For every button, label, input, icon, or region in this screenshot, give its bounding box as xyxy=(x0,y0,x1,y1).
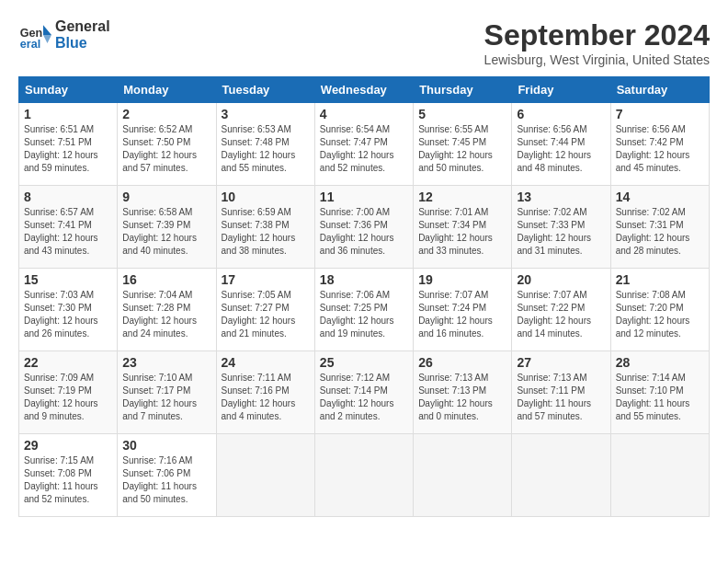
day-info: Sunrise: 7:03 AM Sunset: 7:30 PM Dayligh… xyxy=(24,289,112,340)
calendar-week-row: 15Sunrise: 7:03 AM Sunset: 7:30 PM Dayli… xyxy=(19,269,710,351)
day-info: Sunrise: 7:00 AM Sunset: 7:36 PM Dayligh… xyxy=(320,206,408,258)
day-number: 23 xyxy=(122,355,210,370)
day-info: Sunrise: 7:05 AM Sunset: 7:27 PM Dayligh… xyxy=(222,289,310,340)
day-number: 10 xyxy=(222,190,310,204)
day-number: 29 xyxy=(24,438,112,453)
day-info: Sunrise: 7:07 AM Sunset: 7:22 PM Dayligh… xyxy=(517,289,605,340)
calendar-day-cell: 22Sunrise: 7:09 AM Sunset: 7:19 PM Dayli… xyxy=(19,351,118,434)
calendar-day-cell xyxy=(414,434,512,517)
day-info: Sunrise: 7:02 AM Sunset: 7:31 PM Dayligh… xyxy=(616,206,704,258)
day-info: Sunrise: 7:11 AM Sunset: 7:16 PM Dayligh… xyxy=(222,372,310,423)
day-number: 21 xyxy=(616,272,704,287)
calendar-day-cell: 15Sunrise: 7:03 AM Sunset: 7:30 PM Dayli… xyxy=(19,269,118,351)
calendar-day-cell: 9Sunrise: 6:58 AM Sunset: 7:39 PM Daylig… xyxy=(118,186,216,269)
day-info: Sunrise: 6:58 AM Sunset: 7:39 PM Dayligh… xyxy=(122,206,210,258)
day-number: 14 xyxy=(616,190,704,204)
calendar-day-cell: 16Sunrise: 7:04 AM Sunset: 7:28 PM Dayli… xyxy=(118,269,216,351)
day-number: 27 xyxy=(517,355,605,370)
calendar-day-cell: 7Sunrise: 6:56 AM Sunset: 7:42 PM Daylig… xyxy=(610,103,709,186)
calendar-day-cell: 18Sunrise: 7:06 AM Sunset: 7:25 PM Dayli… xyxy=(314,269,413,351)
calendar-day-cell: 21Sunrise: 7:08 AM Sunset: 7:20 PM Dayli… xyxy=(610,269,709,351)
logo-line1: General xyxy=(55,18,110,35)
day-info: Sunrise: 7:13 AM Sunset: 7:11 PM Dayligh… xyxy=(517,372,605,423)
day-number: 30 xyxy=(122,438,210,453)
day-number: 15 xyxy=(24,272,112,287)
day-info: Sunrise: 7:15 AM Sunset: 7:08 PM Dayligh… xyxy=(24,454,112,506)
day-number: 20 xyxy=(517,272,605,287)
day-number: 13 xyxy=(517,190,605,204)
day-info: Sunrise: 6:51 AM Sunset: 7:51 PM Dayligh… xyxy=(24,123,112,175)
day-number: 25 xyxy=(320,355,408,370)
day-info: Sunrise: 7:16 AM Sunset: 7:06 PM Dayligh… xyxy=(122,454,210,506)
calendar-day-cell: 13Sunrise: 7:02 AM Sunset: 7:33 PM Dayli… xyxy=(512,186,610,269)
calendar-day-cell: 3Sunrise: 6:53 AM Sunset: 7:48 PM Daylig… xyxy=(216,103,314,186)
calendar-day-cell xyxy=(216,434,314,517)
calendar-day-cell: 29Sunrise: 7:15 AM Sunset: 7:08 PM Dayli… xyxy=(19,434,118,517)
logo-line2: Blue xyxy=(55,35,110,52)
svg-marker-3 xyxy=(43,35,51,43)
calendar-day-cell: 25Sunrise: 7:12 AM Sunset: 7:14 PM Dayli… xyxy=(314,351,413,434)
calendar-day-header: Wednesday xyxy=(314,77,413,103)
day-info: Sunrise: 7:02 AM Sunset: 7:33 PM Dayligh… xyxy=(517,206,605,258)
calendar-day-cell: 20Sunrise: 7:07 AM Sunset: 7:22 PM Dayli… xyxy=(512,269,610,351)
day-number: 16 xyxy=(122,272,210,287)
calendar-day-cell: 24Sunrise: 7:11 AM Sunset: 7:16 PM Dayli… xyxy=(216,351,314,434)
calendar-week-row: 29Sunrise: 7:15 AM Sunset: 7:08 PM Dayli… xyxy=(19,434,710,517)
calendar-day-cell xyxy=(512,434,610,517)
day-info: Sunrise: 6:56 AM Sunset: 7:44 PM Dayligh… xyxy=(517,123,605,175)
day-info: Sunrise: 7:04 AM Sunset: 7:28 PM Dayligh… xyxy=(122,289,210,340)
calendar-day-cell: 10Sunrise: 6:59 AM Sunset: 7:38 PM Dayli… xyxy=(216,186,314,269)
day-number: 22 xyxy=(24,355,112,370)
day-number: 7 xyxy=(616,107,704,121)
day-number: 19 xyxy=(418,272,506,287)
day-info: Sunrise: 7:07 AM Sunset: 7:24 PM Dayligh… xyxy=(418,289,506,340)
day-number: 2 xyxy=(122,107,210,121)
logo: Gen eral General Blue xyxy=(18,18,110,52)
day-number: 5 xyxy=(418,107,506,121)
svg-text:eral: eral xyxy=(20,38,40,51)
calendar-day-cell xyxy=(610,434,709,517)
calendar-day-cell: 23Sunrise: 7:10 AM Sunset: 7:17 PM Dayli… xyxy=(118,351,216,434)
logo-icon: Gen eral xyxy=(18,18,51,52)
calendar-day-cell xyxy=(314,434,413,517)
calendar-day-cell: 5Sunrise: 6:55 AM Sunset: 7:45 PM Daylig… xyxy=(414,103,512,186)
day-number: 9 xyxy=(122,190,210,204)
calendar-day-cell: 2Sunrise: 6:52 AM Sunset: 7:50 PM Daylig… xyxy=(118,103,216,186)
calendar-week-row: 8Sunrise: 6:57 AM Sunset: 7:41 PM Daylig… xyxy=(19,186,710,269)
calendar-day-cell: 28Sunrise: 7:14 AM Sunset: 7:10 PM Dayli… xyxy=(610,351,709,434)
calendar-day-cell: 11Sunrise: 7:00 AM Sunset: 7:36 PM Dayli… xyxy=(314,186,413,269)
calendar-day-header: Sunday xyxy=(19,77,118,103)
calendar-day-header: Saturday xyxy=(610,77,709,103)
calendar-day-cell: 1Sunrise: 6:51 AM Sunset: 7:51 PM Daylig… xyxy=(19,103,118,186)
day-info: Sunrise: 6:59 AM Sunset: 7:38 PM Dayligh… xyxy=(222,206,310,258)
day-info: Sunrise: 7:08 AM Sunset: 7:20 PM Dayligh… xyxy=(616,289,704,340)
calendar-day-header: Friday xyxy=(512,77,610,103)
title-block: September 2024 Lewisburg, West Virginia,… xyxy=(484,18,710,67)
calendar-day-cell: 27Sunrise: 7:13 AM Sunset: 7:11 PM Dayli… xyxy=(512,351,610,434)
calendar-day-cell: 12Sunrise: 7:01 AM Sunset: 7:34 PM Dayli… xyxy=(414,186,512,269)
day-info: Sunrise: 6:52 AM Sunset: 7:50 PM Dayligh… xyxy=(122,123,210,175)
calendar-day-cell: 26Sunrise: 7:13 AM Sunset: 7:13 PM Dayli… xyxy=(414,351,512,434)
day-info: Sunrise: 7:13 AM Sunset: 7:13 PM Dayligh… xyxy=(418,372,506,423)
day-number: 4 xyxy=(320,107,408,121)
day-number: 6 xyxy=(517,107,605,121)
calendar-header: SundayMondayTuesdayWednesdayThursdayFrid… xyxy=(19,77,710,103)
calendar-day-header: Tuesday xyxy=(216,77,314,103)
day-info: Sunrise: 6:56 AM Sunset: 7:42 PM Dayligh… xyxy=(616,123,704,175)
day-number: 28 xyxy=(616,355,704,370)
calendar-day-header: Thursday xyxy=(414,77,512,103)
day-info: Sunrise: 7:12 AM Sunset: 7:14 PM Dayligh… xyxy=(320,372,408,423)
svg-marker-2 xyxy=(43,25,51,35)
day-number: 11 xyxy=(320,190,408,204)
day-number: 17 xyxy=(222,272,310,287)
day-number: 26 xyxy=(418,355,506,370)
calendar-week-row: 22Sunrise: 7:09 AM Sunset: 7:19 PM Dayli… xyxy=(19,351,710,434)
month-title: September 2024 xyxy=(484,18,710,52)
calendar-week-row: 1Sunrise: 6:51 AM Sunset: 7:51 PM Daylig… xyxy=(19,103,710,186)
day-number: 12 xyxy=(418,190,506,204)
day-info: Sunrise: 6:55 AM Sunset: 7:45 PM Dayligh… xyxy=(418,123,506,175)
calendar-day-cell: 4Sunrise: 6:54 AM Sunset: 7:47 PM Daylig… xyxy=(314,103,413,186)
calendar-table: SundayMondayTuesdayWednesdayThursdayFrid… xyxy=(18,76,710,517)
day-number: 8 xyxy=(24,190,112,204)
page-header: Gen eral General Blue September 2024 Lew… xyxy=(18,18,710,67)
